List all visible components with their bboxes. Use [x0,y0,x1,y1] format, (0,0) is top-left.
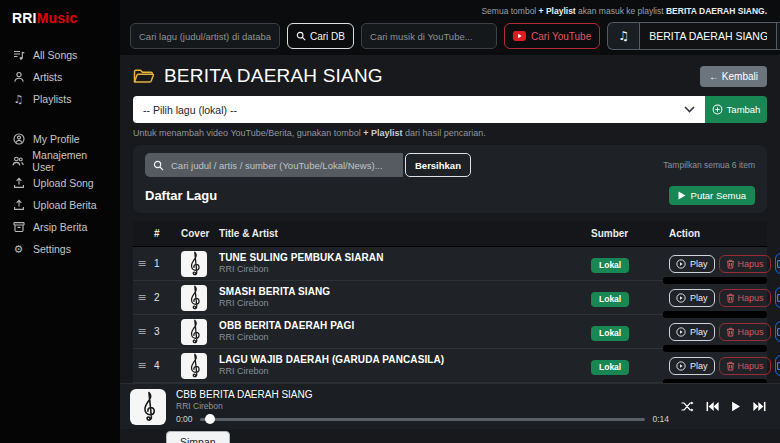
sidebar-item-all-songs[interactable]: All Songs [12,44,108,66]
sidebar-item-upload-song[interactable]: Upload Song [12,172,108,194]
tambah-label: Tambah [727,104,761,115]
row-play-button[interactable]: Play [669,289,715,307]
sidebar-item-settings[interactable]: ⚙ Settings [12,238,108,260]
sidebar-item-label: All Songs [33,49,77,61]
row-play-button[interactable]: Play [669,357,715,375]
cari-youtube-button[interactable]: Cari YouTube [504,23,600,49]
external-link-icon [776,293,780,303]
row-external-link-button[interactable] [775,321,780,342]
tambah-button[interactable]: Tambah [705,96,767,123]
archive-icon [12,221,25,233]
col-title: Title & Artist [219,228,569,239]
list-title: Daftar Lagu [145,188,217,203]
sidebar-item-label: Settings [33,243,71,255]
play-circle-icon [676,361,686,371]
playlist-name-group: ♫ [607,22,780,50]
playlist-note: Semua tombol + Playlist akan masuk ke pl… [481,6,767,16]
row-delete-button[interactable]: Hapus [719,289,771,307]
drag-handle-icon[interactable]: ≡ [133,326,151,337]
sidebar-item-label: Upload Song [33,177,94,189]
row-number: 3 [151,326,175,337]
bersihkan-button[interactable]: Bersihkan [405,153,471,177]
player-seek-bar[interactable] [200,418,646,421]
play-circle-icon [676,293,686,303]
trash-icon [726,293,735,303]
drag-handle-icon[interactable]: ≡ [133,292,151,303]
player-seek-thumb[interactable] [205,414,215,424]
song-select[interactable]: -- Pilih lagu (lokal) -- [133,96,705,123]
cari-youtube-label: Cari YouTube [531,31,591,42]
play-icon[interactable] [731,401,741,412]
row-play-button[interactable]: Play [669,323,715,341]
sidebar-item-manajemen-user[interactable]: Manajemen User [12,150,108,172]
col-num: # [151,228,175,239]
sidebar-item-arsip-berita[interactable]: Arsip Berita [12,216,108,238]
sidebar-item-artists[interactable]: Artists [12,66,108,88]
main-area: Semua tombol + Playlist akan masuk ke pl… [120,0,780,443]
sidebar-item-upload-berita[interactable]: Upload Berita [12,194,108,216]
table-row: ≡ 3 OBB BERITA DAERAH PAGI RRI Cirebon L… [133,315,767,349]
sidebar-item-label: Manajemen User [32,149,108,173]
sidebar-item-label: My Profile [33,133,80,145]
row-external-link-button[interactable] [775,355,780,376]
cari-db-button[interactable]: Cari DB [287,23,354,49]
row-play-button[interactable]: Play [669,255,715,273]
next-icon[interactable] [753,401,766,412]
cover-art [181,251,207,277]
source-badge: Lokal [591,292,629,307]
yt-search-input[interactable] [361,23,497,49]
row-audio-bar[interactable] [663,277,767,284]
source-badge: Lokal [591,360,629,375]
table-row: ≡ 1 TUNE SULING PEMBUKA SIARAN RRI Cireb… [133,247,767,281]
db-search-input[interactable] [130,23,280,49]
note-playlist-bold: + Playlist [539,6,576,16]
sidebar-item-playlists[interactable]: ♫ Playlists [12,88,108,110]
row-audio-bar[interactable] [663,345,767,352]
row-delete-button[interactable]: Hapus [719,255,771,273]
col-action: Action [655,228,767,239]
player-controls [681,401,766,412]
sidebar-item-label: Arsip Berita [33,221,87,233]
song-title: OBB BERITA DAERAH PAGI [219,320,569,333]
play-circle-icon [676,259,686,269]
filter-row: Bersihkan Tampilkan semua 6 item [145,153,755,177]
row-number: 1 [151,258,175,269]
putar-semua-button[interactable]: Putar Semua [669,186,755,205]
sidebar-item-label: Upload Berita [33,199,97,211]
logo-primary: RRI [12,10,37,26]
col-cover: Cover [175,228,219,239]
folder-icon [133,68,155,85]
putar-semua-label: Putar Semua [691,190,746,201]
row-number: 4 [151,360,175,371]
gear-icon: ⚙ [12,244,25,255]
col-sumber: Sumber [569,228,655,239]
sidebar-item-my-profile[interactable]: My Profile [12,128,108,150]
row-delete-button[interactable]: Hapus [719,323,771,341]
shuffle-icon[interactable] [681,401,694,412]
row-delete-button[interactable]: Hapus [719,357,771,375]
drag-handle-icon[interactable]: ≡ [133,258,151,269]
kembali-button[interactable]: ← Kembali [700,66,767,87]
table-header: # Cover Title & Artist Sumber Action [133,221,767,247]
filter-search-wrap [145,153,403,177]
topbar-controls: Cari DB Cari YouTube ♫ [130,22,767,50]
player-track-title: CBB BERITA DAERAH SIANG [176,389,669,400]
trash-icon [726,361,735,371]
simpan-button[interactable]: Simpan [166,431,230,443]
filter-search-input[interactable] [171,160,395,171]
row-external-link-button[interactable] [775,287,780,308]
search-icon [296,31,306,41]
external-link-icon [776,361,780,371]
playlist-note-icon: ♫ [12,94,25,105]
show-all-link[interactable]: Tampilkan semua 6 item [663,160,755,170]
source-badge: Lokal [591,326,629,341]
playlist-name-input[interactable] [639,22,777,50]
previous-icon[interactable] [706,401,719,412]
filter-card: Bersihkan Tampilkan semua 6 item Daftar … [133,145,767,213]
drag-handle-icon[interactable]: ≡ [133,360,151,371]
song-title: SMASH BERITA SIANG [219,286,569,299]
row-audio-bar[interactable] [663,311,767,318]
row-external-link-button[interactable] [775,253,780,274]
cari-db-label: Cari DB [310,31,345,42]
music-note-icon: ♫ [607,22,639,50]
